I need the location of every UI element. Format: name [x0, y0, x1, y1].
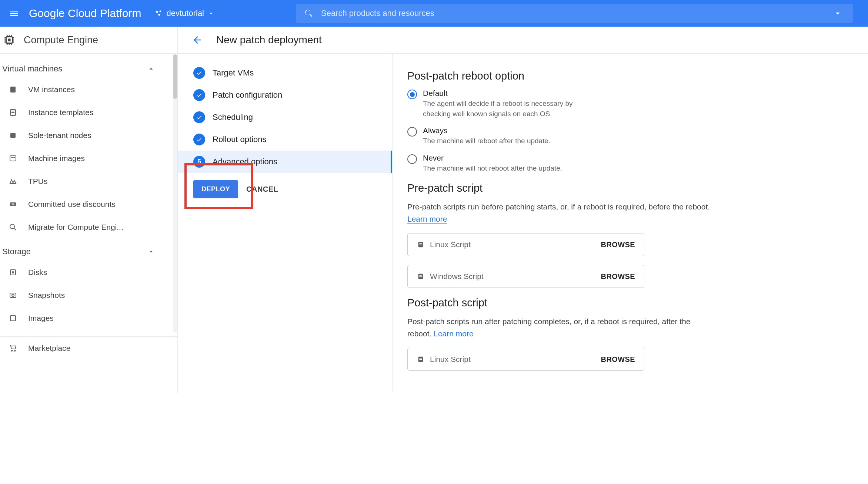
pre-script-body-text: Pre-patch scripts run before patching st… [407, 202, 710, 211]
nav-menu-button[interactable] [7, 7, 21, 20]
node-icon [8, 131, 18, 140]
radio-description: The machine will reboot after the update… [423, 136, 550, 146]
svg-point-2 [158, 14, 160, 16]
sub-header: Compute Engine New patch deployment [0, 27, 868, 54]
step-label: Patch configuration [213, 90, 282, 100]
sidebar-item-committed-discounts[interactable]: % Committed use discounts [0, 193, 177, 216]
browse-button[interactable]: BROWSE [601, 355, 635, 364]
sidebar-item-snapshots[interactable]: Snapshots [0, 284, 177, 307]
hamburger-icon [9, 8, 19, 19]
sidebar-item-label: Migrate for Compute Engi... [28, 223, 123, 232]
tpu-icon [8, 177, 18, 186]
images-icon [8, 313, 18, 323]
post-script-description: Post-patch scripts run after patching co… [407, 316, 711, 340]
svg-rect-19 [10, 316, 16, 321]
sidebar-item-label: Disks [28, 268, 47, 277]
svg-rect-5 [10, 87, 16, 93]
reboot-option-default[interactable]: Default The agent will decide if a reboo… [407, 89, 711, 119]
pre-script-description: Pre-patch scripts run before patching st… [407, 201, 711, 225]
scrollbar-thumb[interactable] [173, 54, 177, 99]
post-linux-script-input[interactable]: Linux Script BROWSE [407, 348, 644, 371]
radio-label: Always [423, 126, 550, 135]
radio-label: Never [423, 154, 562, 162]
step-advanced-options[interactable]: 5 Advanced options [178, 151, 392, 173]
sidebar-item-label: Sole-tenant nodes [28, 131, 91, 140]
template-icon [8, 108, 18, 117]
browse-button[interactable]: BROWSE [601, 241, 635, 249]
svg-rect-9 [10, 133, 16, 138]
svg-rect-20 [10, 316, 16, 321]
svg-rect-23 [419, 245, 422, 245]
project-selector[interactable]: devtutorial [155, 9, 215, 18]
reboot-option-always[interactable]: Always The machine will reboot after the… [407, 126, 711, 146]
sidebar-item-marketplace[interactable]: Marketplace [0, 337, 177, 360]
sidebar-section-storage[interactable]: Storage [0, 242, 177, 261]
svg-rect-26 [419, 276, 422, 277]
sidebar-section-vms[interactable]: Virtual machines [0, 60, 177, 78]
form-column: Post-patch reboot option Default The age… [393, 54, 726, 393]
sidebar-item-migrate[interactable]: Migrate for Compute Engi... [0, 216, 177, 239]
page-header: New patch deployment [178, 27, 322, 53]
script-file-icon [417, 241, 425, 249]
step-patch-configuration[interactable]: Patch configuration [178, 84, 392, 106]
sidebar-item-machine-images[interactable]: Machine images [0, 147, 177, 170]
product-name: Compute Engine [24, 34, 98, 46]
learn-more-link[interactable]: Learn more [434, 329, 473, 338]
script-box-label: Windows Script [430, 272, 484, 281]
back-button[interactable] [191, 34, 204, 46]
product-header: Compute Engine [0, 27, 178, 53]
radio-description: The machine will not reboot after the up… [423, 163, 562, 174]
svg-text:%: % [11, 202, 14, 206]
sidebar-item-label: Instance templates [28, 108, 93, 117]
svg-rect-4 [8, 38, 10, 41]
sidebar-item-disks[interactable]: Disks [0, 261, 177, 284]
pre-linux-script-input[interactable]: Linux Script BROWSE [407, 233, 644, 256]
sidebar-item-label: Committed use discounts [28, 200, 116, 209]
project-name: devtutorial [167, 9, 204, 18]
magnify-icon [8, 222, 18, 232]
step-scheduling[interactable]: Scheduling [178, 106, 392, 128]
svg-point-1 [159, 10, 161, 12]
left-sidebar: Virtual machines VM instances Instance t… [0, 54, 178, 393]
svg-rect-10 [10, 156, 16, 161]
step-label: Target VMs [213, 68, 254, 78]
step-rollout-options[interactable]: Rollout options [178, 128, 392, 151]
page-title: New patch deployment [216, 34, 322, 46]
sidebar-item-sole-tenant[interactable]: Sole-tenant nodes [0, 124, 177, 147]
chevron-up-icon [147, 248, 155, 256]
deploy-button[interactable]: DEPLOY [193, 180, 238, 198]
step-target-vms[interactable]: Target VMs [178, 62, 392, 84]
cancel-button[interactable]: CANCEL [246, 185, 278, 194]
step-complete-icon [193, 134, 205, 145]
chevron-up-icon [147, 65, 155, 73]
sidebar-item-tpus[interactable]: TPUs [0, 170, 177, 193]
svg-rect-28 [419, 358, 422, 359]
cpu-chip-icon [2, 33, 16, 47]
svg-point-16 [12, 271, 14, 273]
search-expand-button[interactable] [830, 9, 845, 18]
pre-windows-script-input[interactable]: Windows Script BROWSE [407, 265, 644, 288]
gcp-logo[interactable]: Google Cloud Platform [29, 7, 141, 20]
image-icon [8, 154, 18, 163]
reboot-option-never[interactable]: Never The machine will not reboot after … [407, 154, 711, 174]
browse-button[interactable]: BROWSE [601, 272, 635, 281]
search-bar[interactable] [296, 4, 853, 23]
learn-more-link[interactable]: Learn more [407, 215, 447, 223]
reboot-section-title: Post-patch reboot option [407, 70, 711, 82]
sidebar-item-instance-templates[interactable]: Instance templates [0, 101, 177, 124]
step-complete-icon [193, 67, 205, 79]
radio-never[interactable] [407, 154, 417, 164]
radio-default[interactable] [407, 90, 417, 99]
sidebar-item-vm-instances[interactable]: VM instances [0, 78, 177, 101]
sidebar-item-images[interactable]: Images [0, 307, 177, 330]
post-script-section-title: Post-patch script [407, 297, 711, 309]
cart-icon [8, 343, 18, 353]
snapshot-icon [8, 290, 18, 300]
step-actions: DEPLOY CANCEL [193, 180, 392, 198]
svg-rect-29 [419, 359, 422, 360]
script-file-icon [417, 355, 425, 363]
search-input[interactable] [321, 9, 823, 18]
step-label: Scheduling [213, 112, 253, 122]
radio-always[interactable] [407, 127, 417, 137]
top-bar: Google Cloud Platform devtutorial [0, 0, 868, 27]
